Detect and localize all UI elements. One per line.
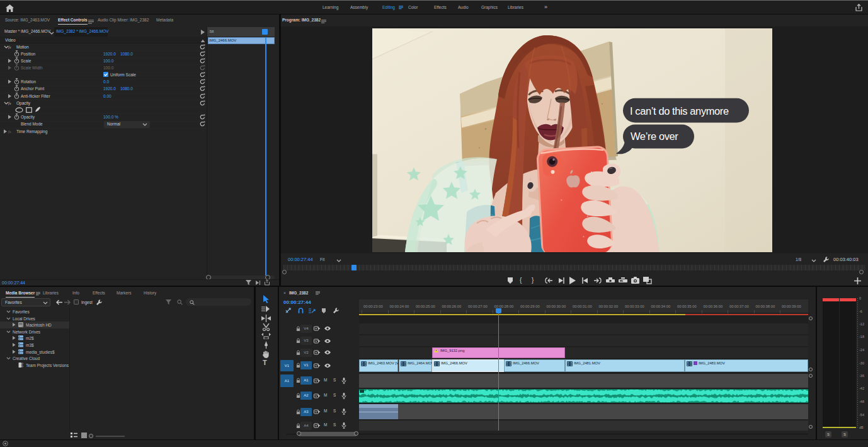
svg-text:I can’t do this anymore: I can’t do this anymore bbox=[630, 105, 729, 117]
svg-text:We’re over: We’re over bbox=[631, 131, 678, 142]
